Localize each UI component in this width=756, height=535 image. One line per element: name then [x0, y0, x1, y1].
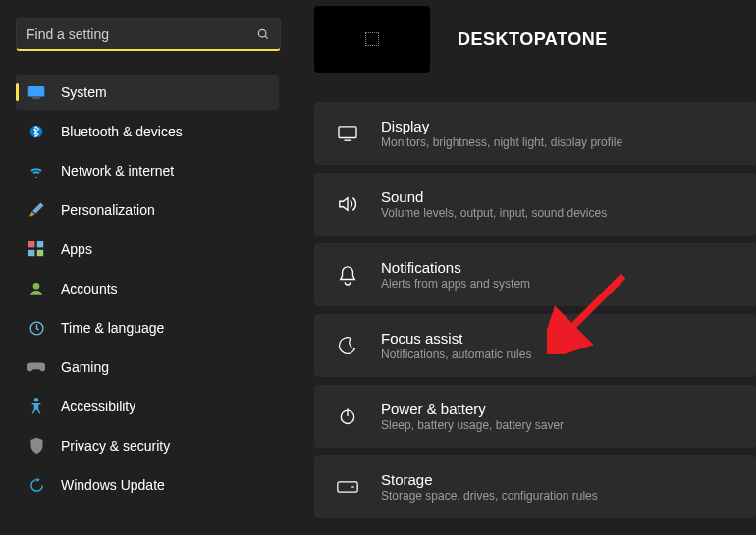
- svg-rect-2: [28, 86, 45, 97]
- sidebar: System Bluetooth & devices Network & int…: [0, 0, 295, 535]
- sidebar-item-gaming[interactable]: Gaming: [16, 349, 279, 385]
- svg-point-11: [34, 398, 39, 402]
- nav-list: System Bluetooth & devices Network & int…: [16, 75, 279, 503]
- update-icon: [27, 476, 45, 494]
- panel-subtitle: Sleep, battery usage, battery saver: [381, 418, 564, 432]
- svg-line-1: [265, 35, 268, 38]
- desktop-preview: [314, 6, 430, 73]
- search-input[interactable]: [27, 27, 256, 42]
- sidebar-item-network[interactable]: Network & internet: [16, 153, 279, 188]
- sound-icon: [336, 192, 359, 216]
- panel-subtitle: Storage space, drives, configuration rul…: [381, 489, 598, 503]
- panel-text: Display Monitors, brightness, night ligh…: [381, 118, 622, 149]
- sidebar-item-label: Time & language: [61, 320, 164, 336]
- header: DESKTOPATONE: [304, 6, 756, 73]
- paintbrush-icon: [27, 201, 45, 219]
- display-icon: [336, 122, 359, 145]
- person-icon: [27, 280, 45, 297]
- search-icon: [256, 27, 270, 41]
- bell-icon: [336, 263, 359, 287]
- main-content: DESKTOPATONE Display Monitors, brightnes…: [295, 0, 756, 535]
- apps-icon: [27, 241, 45, 258]
- header-title-block: DESKTOPATONE: [458, 29, 608, 50]
- sidebar-item-privacy[interactable]: Privacy & security: [16, 428, 279, 463]
- sidebar-item-apps[interactable]: Apps: [16, 232, 279, 267]
- panel-text: Power & battery Sleep, battery usage, ba…: [381, 401, 564, 432]
- sidebar-item-update[interactable]: Windows Update: [16, 467, 279, 503]
- sidebar-item-label: Bluetooth & devices: [61, 124, 183, 139]
- svg-rect-6: [37, 241, 43, 247]
- gaming-icon: [27, 358, 45, 376]
- panel-notifications[interactable]: Notifications Alerts from apps and syste…: [314, 243, 756, 306]
- panel-text: Sound Volume levels, output, input, soun…: [381, 188, 607, 220]
- panel-display[interactable]: Display Monitors, brightness, night ligh…: [314, 102, 756, 165]
- panel-power[interactable]: Power & battery Sleep, battery usage, ba…: [314, 385, 756, 448]
- panel-focus-assist[interactable]: Focus assist Notifications, automatic ru…: [314, 314, 756, 377]
- svg-rect-3: [32, 97, 40, 99]
- moon-icon: [336, 334, 359, 357]
- sidebar-item-system[interactable]: System: [16, 75, 279, 110]
- sidebar-item-label: Windows Update: [61, 477, 165, 493]
- svg-point-9: [33, 283, 40, 290]
- sidebar-item-label: Privacy & security: [61, 438, 170, 454]
- panel-title: Storage: [381, 471, 598, 488]
- system-icon: [27, 83, 45, 101]
- svg-point-0: [258, 29, 266, 37]
- svg-rect-7: [28, 250, 34, 256]
- panel-storage[interactable]: Storage Storage space, drives, configura…: [314, 455, 756, 518]
- panel-title: Focus assist: [381, 330, 531, 347]
- page-title: DESKTOPATONE: [458, 29, 608, 50]
- sidebar-item-personalization[interactable]: Personalization: [16, 192, 279, 228]
- bluetooth-icon: [27, 123, 45, 140]
- sidebar-item-accounts[interactable]: Accounts: [16, 271, 279, 306]
- panel-text: Focus assist Notifications, automatic ru…: [381, 330, 531, 361]
- panel-title: Notifications: [381, 259, 530, 276]
- sidebar-item-label: Personalization: [61, 202, 155, 218]
- panel-text: Notifications Alerts from apps and syste…: [381, 259, 530, 291]
- panel-subtitle: Alerts from apps and system: [381, 277, 530, 291]
- sidebar-item-label: Accounts: [61, 281, 118, 296]
- panel-title: Display: [381, 118, 622, 134]
- panel-title: Sound: [381, 188, 607, 205]
- sidebar-item-time[interactable]: Time & language: [16, 310, 279, 346]
- clock-globe-icon: [27, 319, 45, 337]
- svg-rect-5: [28, 241, 34, 247]
- sidebar-item-label: Accessibility: [61, 399, 135, 414]
- panel-subtitle: Notifications, automatic rules: [381, 348, 531, 361]
- sidebar-item-label: Apps: [61, 241, 92, 257]
- accessibility-icon: [27, 398, 45, 415]
- svg-rect-16: [338, 482, 357, 492]
- panel-sound[interactable]: Sound Volume levels, output, input, soun…: [314, 173, 756, 236]
- svg-rect-12: [339, 127, 356, 138]
- shield-icon: [27, 437, 45, 455]
- sidebar-item-label: Gaming: [61, 359, 109, 375]
- panel-subtitle: Monitors, brightness, night light, displ…: [381, 135, 622, 149]
- sidebar-item-bluetooth[interactable]: Bluetooth & devices: [16, 114, 279, 149]
- svg-rect-8: [37, 250, 43, 256]
- sidebar-item-label: Network & internet: [61, 163, 174, 179]
- wifi-icon: [27, 162, 45, 180]
- sidebar-item-label: System: [61, 84, 107, 100]
- panel-subtitle: Volume levels, output, input, sound devi…: [381, 206, 607, 220]
- panel-text: Storage Storage space, drives, configura…: [381, 471, 598, 503]
- sidebar-item-accessibility[interactable]: Accessibility: [16, 389, 279, 424]
- storage-icon: [336, 475, 359, 499]
- search-input-wrap[interactable]: [16, 18, 281, 51]
- power-icon: [336, 404, 359, 428]
- panel-title: Power & battery: [381, 401, 564, 417]
- preview-icon: [365, 32, 379, 46]
